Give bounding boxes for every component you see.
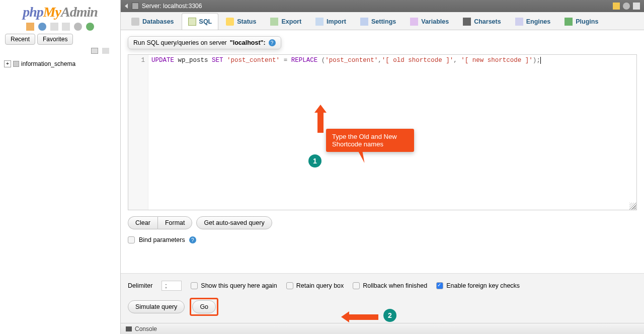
main-tabs: Databases SQL Status Export Import Setti… [121,12,644,30]
sidebar-tree-controls [0,48,120,57]
tab-settings[interactable]: Settings [354,13,403,30]
tab-status[interactable]: Status [219,13,263,30]
sql-docs-icon[interactable] [62,23,70,31]
server-label: Server: localhost:3306 [142,3,202,10]
tab-label: Status [237,18,256,25]
logout-icon[interactable] [38,23,46,31]
expand-icon[interactable] [633,3,640,10]
tab-label: Charsets [474,18,501,25]
main-panel: Server: localhost:3306 Databases SQL Sta… [121,0,644,334]
console-label: Console [135,325,157,332]
console-bar[interactable]: Console [121,323,644,334]
annotation-arrow-2 [341,311,378,322]
export-icon [270,18,278,26]
tree-expand-icon[interactable]: + [4,60,11,67]
text-cursor [540,57,541,64]
collapse-sidebar-icon[interactable] [125,4,128,9]
plugins-icon [565,18,573,26]
settings-icon[interactable] [74,23,82,31]
annotation-callout: Type the Old and New Shortcode names [326,129,414,152]
databases-icon [131,18,139,26]
reload-icon[interactable] [86,23,94,31]
retain-checkbox[interactable] [286,282,293,289]
charsets-icon [463,18,471,26]
tab-databases[interactable]: Databases [125,13,181,30]
wrench-icon [360,18,368,26]
tree-item-label: information_schema [21,60,75,67]
help-icon[interactable]: ? [189,236,196,243]
home-icon[interactable] [26,23,34,31]
sidebar-quick-icons [0,21,120,34]
query-header-server: "localhost": [230,39,266,46]
query-footer: Delimiter Show this query here again Ret… [121,273,644,323]
tab-label: Import [327,18,346,25]
tab-label: Databases [142,18,174,25]
tab-sql[interactable]: SQL [182,13,219,30]
variables-icon [410,18,418,26]
db-tree: + information_schema [0,57,120,70]
tab-charsets[interactable]: Charsets [456,13,508,30]
database-icon [13,61,19,67]
tab-label: SQL [199,18,212,25]
help-icon[interactable]: ? [269,39,276,46]
tab-variables[interactable]: Variables [404,13,455,30]
annotation-badge-1: 1 [308,154,321,168]
fk-checks-checkbox[interactable] [436,282,443,289]
logo-part-php: php [23,4,43,20]
line-number: 1 [141,57,145,64]
favorites-tab[interactable]: Favorites [37,34,73,45]
clear-button[interactable]: Clear [128,216,157,229]
console-icon [126,326,132,331]
tab-label: Export [281,18,301,25]
tab-engines[interactable]: Engines [509,13,557,30]
editor-action-row: Clear Format Get auto-saved query [128,216,637,229]
phpmyadmin-logo: phpMyAdmin [0,0,120,21]
go-button[interactable]: Go [192,300,216,313]
tab-label: Variables [421,18,449,25]
tab-label: Settings [371,18,396,25]
query-header: Run SQL query/queries on server "localho… [128,36,281,49]
lock-icon[interactable] [613,3,620,10]
import-icon [315,18,324,26]
server-icon [132,3,139,10]
engines-icon [515,18,523,26]
tab-import[interactable]: Import [309,13,353,30]
rollback-label: Rollback when finished [363,282,427,289]
sidebar: phpMyAdmin Recent Favorites + informatio… [0,0,121,334]
format-button[interactable]: Format [157,216,193,229]
annotation-arrow-1 [314,105,327,133]
go-button-highlight: Go [190,298,218,316]
docs-icon[interactable] [50,23,58,31]
tab-label: Engines [526,18,551,25]
bind-params-checkbox[interactable] [128,236,135,243]
simulate-query-button[interactable]: Simulate query [128,300,185,313]
annotation-badge-2: 2 [383,309,396,322]
show-again-checkbox[interactable] [191,282,198,289]
tab-label: Plugins [576,18,598,25]
clear-format-group: Clear Format [128,216,192,229]
retain-label: Retain query box [296,282,344,289]
collapse-all-icon[interactable] [91,48,98,54]
bind-params-label: Bind parameters [139,236,185,243]
fk-checks-label: Enable foreign key checks [446,282,520,289]
tab-export[interactable]: Export [264,13,308,30]
bind-params-row: Bind parameters ? [128,236,637,243]
link-icon[interactable] [102,48,109,54]
tab-plugins[interactable]: Plugins [558,13,605,30]
delimiter-input[interactable] [162,281,182,291]
server-breadcrumb-bar: Server: localhost:3306 [121,0,644,12]
logo-part-admin: Admin [61,4,98,20]
sidebar-tabs: Recent Favorites [0,34,120,48]
logo-part-my: My [43,4,61,20]
page-settings-icon[interactable] [623,3,630,10]
status-icon [226,18,234,26]
query-header-text: Run SQL query/queries on server [133,39,227,46]
recent-tab[interactable]: Recent [5,34,35,45]
editor-gutter: 1 [128,55,148,210]
delimiter-label: Delimiter [128,282,152,289]
rollback-checkbox[interactable] [353,282,360,289]
tree-item-information-schema[interactable]: + information_schema [4,59,116,68]
get-autosaved-button[interactable]: Get auto-saved query [196,216,272,229]
sql-icon [188,18,196,26]
resize-handle[interactable] [629,203,636,210]
